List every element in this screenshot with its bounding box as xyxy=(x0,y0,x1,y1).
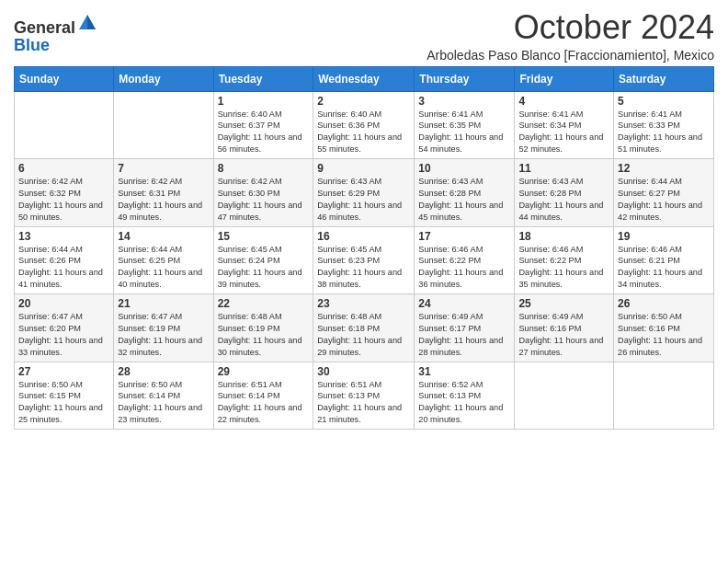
calendar-day-cell: 5Sunrise: 6:41 AMSunset: 6:33 PMDaylight… xyxy=(614,91,714,159)
day-number: 22 xyxy=(218,297,310,310)
logo-icon xyxy=(77,13,97,33)
day-number: 5 xyxy=(618,95,710,108)
calendar-week-row: 13Sunrise: 6:44 AMSunset: 6:26 PMDayligh… xyxy=(15,226,714,294)
calendar-day-cell: 12Sunrise: 6:44 AMSunset: 6:27 PMDayligh… xyxy=(614,159,714,227)
day-number: 16 xyxy=(317,230,410,243)
day-info: Sunrise: 6:44 AMSunset: 6:25 PMDaylight:… xyxy=(118,244,209,292)
calendar-day-cell xyxy=(15,91,114,159)
day-number: 30 xyxy=(317,365,410,378)
day-number: 9 xyxy=(317,162,410,175)
calendar-day-cell: 2Sunrise: 6:40 AMSunset: 6:36 PMDaylight… xyxy=(313,91,415,159)
logo: General Blue xyxy=(14,13,97,54)
day-number: 7 xyxy=(118,162,209,175)
calendar-day-cell: 9Sunrise: 6:43 AMSunset: 6:29 PMDaylight… xyxy=(313,159,415,227)
calendar-day-cell xyxy=(515,362,614,430)
day-number: 13 xyxy=(18,230,109,243)
calendar-day-cell: 13Sunrise: 6:44 AMSunset: 6:26 PMDayligh… xyxy=(15,226,114,294)
day-number: 14 xyxy=(118,230,209,243)
day-info: Sunrise: 6:41 AMSunset: 6:35 PMDaylight:… xyxy=(418,109,510,156)
day-header-tuesday: Tuesday xyxy=(213,66,313,91)
day-info: Sunrise: 6:42 AMSunset: 6:32 PMDaylight:… xyxy=(18,176,109,224)
calendar-day-cell: 28Sunrise: 6:50 AMSunset: 6:14 PMDayligh… xyxy=(114,362,213,430)
day-info: Sunrise: 6:48 AMSunset: 6:19 PMDaylight:… xyxy=(218,311,310,359)
calendar-day-cell: 27Sunrise: 6:50 AMSunset: 6:15 PMDayligh… xyxy=(15,362,114,430)
calendar-day-cell: 8Sunrise: 6:42 AMSunset: 6:30 PMDaylight… xyxy=(213,159,313,227)
day-number: 15 xyxy=(218,230,310,243)
day-info: Sunrise: 6:46 AMSunset: 6:22 PMDaylight:… xyxy=(518,244,609,292)
day-info: Sunrise: 6:43 AMSunset: 6:28 PMDaylight:… xyxy=(518,176,609,224)
location-title: Arboledas Paso Blanco [Fraccionamiento],… xyxy=(427,48,714,63)
calendar-day-cell: 16Sunrise: 6:45 AMSunset: 6:23 PMDayligh… xyxy=(313,226,415,294)
day-info: Sunrise: 6:49 AMSunset: 6:16 PMDaylight:… xyxy=(518,311,609,359)
day-number: 31 xyxy=(418,365,510,378)
calendar-day-cell: 30Sunrise: 6:51 AMSunset: 6:13 PMDayligh… xyxy=(313,362,415,430)
day-number: 28 xyxy=(118,365,209,378)
day-header-friday: Friday xyxy=(515,66,614,91)
day-info: Sunrise: 6:40 AMSunset: 6:37 PMDaylight:… xyxy=(218,109,310,156)
day-info: Sunrise: 6:49 AMSunset: 6:17 PMDaylight:… xyxy=(418,311,510,359)
day-info: Sunrise: 6:46 AMSunset: 6:21 PMDaylight:… xyxy=(618,244,710,292)
calendar-day-cell: 22Sunrise: 6:48 AMSunset: 6:19 PMDayligh… xyxy=(213,294,313,362)
calendar-day-cell: 23Sunrise: 6:48 AMSunset: 6:18 PMDayligh… xyxy=(313,294,415,362)
calendar-day-cell: 18Sunrise: 6:46 AMSunset: 6:22 PMDayligh… xyxy=(515,226,614,294)
calendar-day-cell: 6Sunrise: 6:42 AMSunset: 6:32 PMDaylight… xyxy=(15,159,114,227)
page-header: General Blue October 2024 Arboledas Paso… xyxy=(14,9,714,63)
day-info: Sunrise: 6:41 AMSunset: 6:33 PMDaylight:… xyxy=(618,109,710,156)
svg-marker-1 xyxy=(87,15,96,29)
calendar-day-cell: 11Sunrise: 6:43 AMSunset: 6:28 PMDayligh… xyxy=(515,159,614,227)
day-number: 23 xyxy=(317,297,410,310)
calendar-day-cell: 10Sunrise: 6:43 AMSunset: 6:28 PMDayligh… xyxy=(415,159,515,227)
calendar-day-cell: 21Sunrise: 6:47 AMSunset: 6:19 PMDayligh… xyxy=(114,294,213,362)
calendar-day-cell: 3Sunrise: 6:41 AMSunset: 6:35 PMDaylight… xyxy=(415,91,515,159)
title-block: October 2024 Arboledas Paso Blanco [Frac… xyxy=(427,9,714,63)
day-number: 24 xyxy=(418,297,510,310)
calendar-day-cell: 25Sunrise: 6:49 AMSunset: 6:16 PMDayligh… xyxy=(515,294,614,362)
calendar-day-cell: 7Sunrise: 6:42 AMSunset: 6:31 PMDaylight… xyxy=(114,159,213,227)
day-number: 29 xyxy=(218,365,310,378)
calendar-day-cell: 24Sunrise: 6:49 AMSunset: 6:17 PMDayligh… xyxy=(415,294,515,362)
day-number: 20 xyxy=(18,297,109,310)
day-number: 10 xyxy=(418,162,510,175)
day-info: Sunrise: 6:50 AMSunset: 6:16 PMDaylight:… xyxy=(618,311,710,359)
calendar-day-cell: 14Sunrise: 6:44 AMSunset: 6:25 PMDayligh… xyxy=(114,226,213,294)
day-info: Sunrise: 6:40 AMSunset: 6:36 PMDaylight:… xyxy=(317,109,410,156)
day-info: Sunrise: 6:50 AMSunset: 6:15 PMDaylight:… xyxy=(18,379,109,427)
calendar-week-row: 20Sunrise: 6:47 AMSunset: 6:20 PMDayligh… xyxy=(15,294,714,362)
day-info: Sunrise: 6:44 AMSunset: 6:27 PMDaylight:… xyxy=(618,176,710,224)
calendar-day-cell xyxy=(114,91,213,159)
day-number: 3 xyxy=(418,95,510,108)
calendar-day-cell: 26Sunrise: 6:50 AMSunset: 6:16 PMDayligh… xyxy=(614,294,714,362)
logo-blue: Blue xyxy=(14,36,50,54)
day-number: 17 xyxy=(418,230,510,243)
day-number: 11 xyxy=(518,162,609,175)
day-number: 27 xyxy=(18,365,109,378)
day-info: Sunrise: 6:43 AMSunset: 6:28 PMDaylight:… xyxy=(418,176,510,224)
day-number: 4 xyxy=(518,95,609,108)
day-info: Sunrise: 6:51 AMSunset: 6:14 PMDaylight:… xyxy=(218,379,310,427)
day-info: Sunrise: 6:52 AMSunset: 6:13 PMDaylight:… xyxy=(418,379,510,427)
day-number: 8 xyxy=(218,162,310,175)
calendar-day-cell: 31Sunrise: 6:52 AMSunset: 6:13 PMDayligh… xyxy=(415,362,515,430)
calendar-week-row: 1Sunrise: 6:40 AMSunset: 6:37 PMDaylight… xyxy=(15,91,714,159)
day-number: 2 xyxy=(317,95,410,108)
day-number: 25 xyxy=(518,297,609,310)
day-number: 18 xyxy=(518,230,609,243)
calendar-header-row: SundayMondayTuesdayWednesdayThursdayFrid… xyxy=(15,66,714,91)
day-header-sunday: Sunday xyxy=(15,66,114,91)
day-number: 19 xyxy=(618,230,710,243)
calendar-table: SundayMondayTuesdayWednesdayThursdayFrid… xyxy=(14,66,714,431)
day-info: Sunrise: 6:45 AMSunset: 6:23 PMDaylight:… xyxy=(317,244,410,292)
day-header-wednesday: Wednesday xyxy=(313,66,415,91)
day-info: Sunrise: 6:41 AMSunset: 6:34 PMDaylight:… xyxy=(518,109,609,156)
day-info: Sunrise: 6:42 AMSunset: 6:31 PMDaylight:… xyxy=(118,176,209,224)
day-info: Sunrise: 6:50 AMSunset: 6:14 PMDaylight:… xyxy=(118,379,209,427)
day-info: Sunrise: 6:43 AMSunset: 6:29 PMDaylight:… xyxy=(317,176,410,224)
calendar-day-cell: 1Sunrise: 6:40 AMSunset: 6:37 PMDaylight… xyxy=(213,91,313,159)
calendar-day-cell: 4Sunrise: 6:41 AMSunset: 6:34 PMDaylight… xyxy=(515,91,614,159)
month-title: October 2024 xyxy=(427,9,714,46)
day-info: Sunrise: 6:46 AMSunset: 6:22 PMDaylight:… xyxy=(418,244,510,292)
calendar-day-cell: 20Sunrise: 6:47 AMSunset: 6:20 PMDayligh… xyxy=(15,294,114,362)
day-header-monday: Monday xyxy=(114,66,213,91)
day-number: 26 xyxy=(618,297,710,310)
day-info: Sunrise: 6:47 AMSunset: 6:19 PMDaylight:… xyxy=(118,311,209,359)
